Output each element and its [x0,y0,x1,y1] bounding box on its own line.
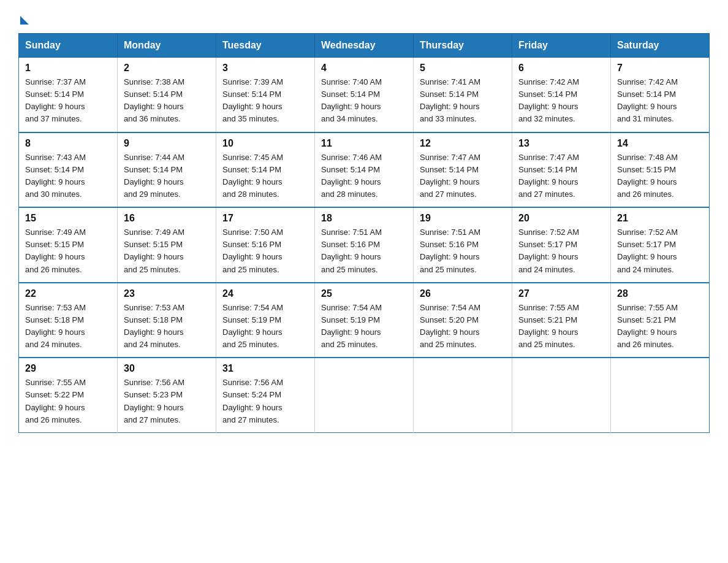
day-number: 13 [518,138,604,149]
day-number: 10 [222,138,308,149]
page-header [18,12,710,22]
calendar-cell: 22Sunrise: 7:53 AMSunset: 5:18 PMDayligh… [19,283,118,358]
day-info: Sunrise: 7:46 AMSunset: 5:14 PMDaylight:… [321,151,407,201]
day-info: Sunrise: 7:52 AMSunset: 5:17 PMDaylight:… [518,226,604,276]
day-info: Sunrise: 7:48 AMSunset: 5:15 PMDaylight:… [617,151,703,201]
day-info: Sunrise: 7:40 AMSunset: 5:14 PMDaylight:… [321,76,407,126]
calendar-cell: 31Sunrise: 7:56 AMSunset: 5:24 PMDayligh… [216,358,315,432]
calendar-cell [512,358,611,432]
day-number: 4 [321,63,407,74]
day-number: 23 [124,288,210,299]
day-number: 14 [617,138,703,149]
calendar-week-row: 1Sunrise: 7:37 AMSunset: 5:14 PMDaylight… [19,58,710,132]
header-monday: Monday [118,34,216,58]
day-info: Sunrise: 7:42 AMSunset: 5:14 PMDaylight:… [518,76,604,126]
day-number: 26 [420,288,506,299]
calendar-cell: 16Sunrise: 7:49 AMSunset: 5:15 PMDayligh… [118,207,216,283]
calendar-cell: 1Sunrise: 7:37 AMSunset: 5:14 PMDaylight… [19,58,118,132]
day-info: Sunrise: 7:51 AMSunset: 5:16 PMDaylight:… [321,226,407,276]
day-info: Sunrise: 7:49 AMSunset: 5:15 PMDaylight:… [124,226,210,276]
day-number: 11 [321,138,407,149]
calendar-cell: 2Sunrise: 7:38 AMSunset: 5:14 PMDaylight… [118,58,216,132]
day-info: Sunrise: 7:42 AMSunset: 5:14 PMDaylight:… [617,76,703,126]
calendar-cell: 7Sunrise: 7:42 AMSunset: 5:14 PMDaylight… [611,58,710,132]
logo-triangle-icon [20,16,29,25]
calendar-cell: 26Sunrise: 7:54 AMSunset: 5:20 PMDayligh… [414,283,512,358]
day-number: 30 [124,363,210,374]
day-number: 17 [222,213,308,224]
day-number: 28 [617,288,703,299]
calendar-cell: 27Sunrise: 7:55 AMSunset: 5:21 PMDayligh… [512,283,611,358]
day-info: Sunrise: 7:54 AMSunset: 5:20 PMDaylight:… [420,302,506,351]
header-tuesday: Tuesday [216,34,315,58]
day-number: 19 [420,213,506,224]
day-info: Sunrise: 7:49 AMSunset: 5:15 PMDaylight:… [25,226,111,276]
calendar-week-row: 22Sunrise: 7:53 AMSunset: 5:18 PMDayligh… [19,283,710,358]
calendar-cell: 6Sunrise: 7:42 AMSunset: 5:14 PMDaylight… [512,58,611,132]
day-info: Sunrise: 7:47 AMSunset: 5:14 PMDaylight:… [518,151,604,201]
header-thursday: Thursday [414,34,512,58]
calendar-week-row: 8Sunrise: 7:43 AMSunset: 5:14 PMDaylight… [19,132,710,208]
day-number: 5 [420,63,506,74]
calendar-cell: 9Sunrise: 7:44 AMSunset: 5:14 PMDaylight… [118,132,216,208]
calendar-cell: 28Sunrise: 7:55 AMSunset: 5:21 PMDayligh… [611,283,710,358]
day-info: Sunrise: 7:56 AMSunset: 5:23 PMDaylight:… [124,377,210,426]
calendar-cell: 13Sunrise: 7:47 AMSunset: 5:14 PMDayligh… [512,132,611,208]
calendar-cell: 24Sunrise: 7:54 AMSunset: 5:19 PMDayligh… [216,283,315,358]
day-number: 21 [617,213,703,224]
day-info: Sunrise: 7:43 AMSunset: 5:14 PMDaylight:… [25,151,111,201]
calendar-cell: 3Sunrise: 7:39 AMSunset: 5:14 PMDaylight… [216,58,315,132]
day-info: Sunrise: 7:55 AMSunset: 5:22 PMDaylight:… [25,377,111,426]
calendar-cell: 12Sunrise: 7:47 AMSunset: 5:14 PMDayligh… [414,132,512,208]
calendar-cell: 21Sunrise: 7:52 AMSunset: 5:17 PMDayligh… [611,207,710,283]
calendar-cell: 25Sunrise: 7:54 AMSunset: 5:19 PMDayligh… [315,283,414,358]
day-info: Sunrise: 7:52 AMSunset: 5:17 PMDaylight:… [617,226,703,276]
calendar-week-row: 29Sunrise: 7:55 AMSunset: 5:22 PMDayligh… [19,358,710,432]
day-number: 24 [222,288,308,299]
calendar-cell: 23Sunrise: 7:53 AMSunset: 5:18 PMDayligh… [118,283,216,358]
day-info: Sunrise: 7:55 AMSunset: 5:21 PMDaylight:… [617,302,703,351]
day-info: Sunrise: 7:38 AMSunset: 5:14 PMDaylight:… [124,76,210,126]
day-number: 6 [518,63,604,74]
day-number: 20 [518,213,604,224]
day-info: Sunrise: 7:54 AMSunset: 5:19 PMDaylight:… [321,302,407,351]
day-info: Sunrise: 7:47 AMSunset: 5:14 PMDaylight:… [420,151,506,201]
calendar-cell: 19Sunrise: 7:51 AMSunset: 5:16 PMDayligh… [414,207,512,283]
day-info: Sunrise: 7:56 AMSunset: 5:24 PMDaylight:… [222,377,308,426]
calendar-cell: 30Sunrise: 7:56 AMSunset: 5:23 PMDayligh… [118,358,216,432]
day-info: Sunrise: 7:53 AMSunset: 5:18 PMDaylight:… [25,302,111,351]
day-info: Sunrise: 7:45 AMSunset: 5:14 PMDaylight:… [222,151,308,201]
day-number: 8 [25,138,111,149]
day-number: 31 [222,363,308,374]
calendar-cell: 20Sunrise: 7:52 AMSunset: 5:17 PMDayligh… [512,207,611,283]
day-info: Sunrise: 7:41 AMSunset: 5:14 PMDaylight:… [420,76,506,126]
day-number: 16 [124,213,210,224]
calendar-table: SundayMondayTuesdayWednesdayThursdayFrid… [18,33,710,433]
day-number: 9 [124,138,210,149]
calendar-cell: 29Sunrise: 7:55 AMSunset: 5:22 PMDayligh… [19,358,118,432]
day-info: Sunrise: 7:50 AMSunset: 5:16 PMDaylight:… [222,226,308,276]
day-info: Sunrise: 7:44 AMSunset: 5:14 PMDaylight:… [124,151,210,201]
day-number: 3 [222,63,308,74]
calendar-week-row: 15Sunrise: 7:49 AMSunset: 5:15 PMDayligh… [19,207,710,283]
calendar-cell [611,358,710,432]
day-number: 12 [420,138,506,149]
day-number: 27 [518,288,604,299]
calendar-cell: 14Sunrise: 7:48 AMSunset: 5:15 PMDayligh… [611,132,710,208]
day-info: Sunrise: 7:55 AMSunset: 5:21 PMDaylight:… [518,302,604,351]
logo [18,12,29,22]
day-info: Sunrise: 7:39 AMSunset: 5:14 PMDaylight:… [222,76,308,126]
calendar-cell: 5Sunrise: 7:41 AMSunset: 5:14 PMDaylight… [414,58,512,132]
calendar-header-row: SundayMondayTuesdayWednesdayThursdayFrid… [19,34,710,58]
day-number: 7 [617,63,703,74]
day-number: 29 [25,363,111,374]
day-number: 25 [321,288,407,299]
header-sunday: Sunday [19,34,118,58]
day-info: Sunrise: 7:53 AMSunset: 5:18 PMDaylight:… [124,302,210,351]
calendar-cell: 18Sunrise: 7:51 AMSunset: 5:16 PMDayligh… [315,207,414,283]
day-info: Sunrise: 7:54 AMSunset: 5:19 PMDaylight:… [222,302,308,351]
day-info: Sunrise: 7:37 AMSunset: 5:14 PMDaylight:… [25,76,111,126]
calendar-cell: 8Sunrise: 7:43 AMSunset: 5:14 PMDaylight… [19,132,118,208]
day-number: 22 [25,288,111,299]
calendar-cell [315,358,414,432]
